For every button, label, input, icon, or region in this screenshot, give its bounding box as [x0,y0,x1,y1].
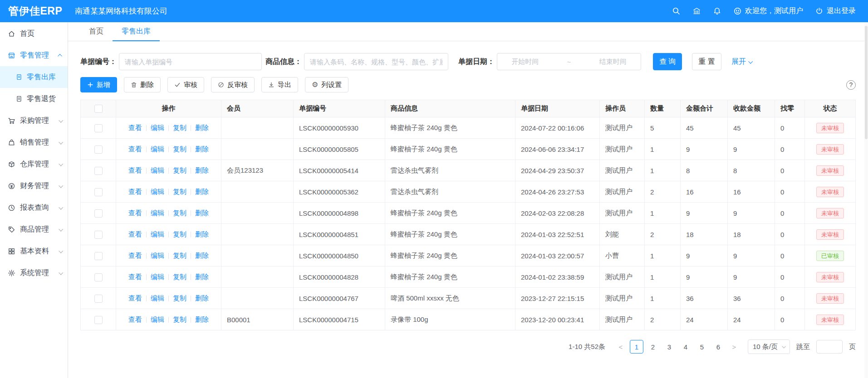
date-range-picker[interactable]: 开始时间 ~ 结束时间 [497,53,641,70]
row-action-copy[interactable]: 复制 [173,188,186,195]
expand-link[interactable]: 展开 [731,57,752,67]
tab-home[interactable]: 首页 [80,22,113,41]
row-checkbox[interactable] [94,124,103,132]
row-action-delete[interactable]: 删除 [195,188,209,195]
row-action-edit[interactable]: 编辑 [151,166,164,174]
product-info-input[interactable] [304,53,448,70]
row-action-view[interactable]: 查看 [128,273,142,281]
row-checkbox[interactable] [94,316,103,324]
row-checkbox[interactable] [94,145,103,154]
sidebar-item-sales-management[interactable]: 销售管理 [0,131,68,153]
reset-button[interactable]: 重 置 [692,53,721,70]
next-page-button[interactable]: > [728,340,740,354]
row-action-copy[interactable]: 复制 [173,273,186,281]
row-action-view[interactable]: 查看 [128,230,142,238]
row-action-delete[interactable]: 删除 [195,315,209,323]
bill-no-input[interactable] [119,53,262,70]
sidebar-item-retail-return[interactable]: 零售退货 [0,88,68,110]
column-settings-button[interactable]: ⚙ 列设置 [305,77,348,92]
status-badge: 已审核 [816,251,844,261]
row-action-view[interactable]: 查看 [128,145,142,153]
tab-retail-outbound[interactable]: 零售出库 [113,22,160,41]
help-icon[interactable]: ? [846,80,856,90]
search-button[interactable]: 查 询 [653,53,682,70]
row-action-edit[interactable]: 编辑 [151,294,164,302]
row-action-delete[interactable]: 删除 [195,124,209,131]
row-checkbox[interactable] [94,167,103,175]
row-action-delete[interactable]: 删除 [195,166,209,174]
row-checkbox[interactable] [94,209,103,218]
select-all-checkbox[interactable] [94,105,103,113]
page-button-4[interactable]: 4 [679,340,692,354]
sidebar-item-home[interactable]: 首页 [0,23,68,44]
action-separator [191,210,191,216]
row-action-copy[interactable]: 复制 [173,145,186,153]
export-button[interactable]: 导出 [261,77,298,92]
add-button[interactable]: 新增 [80,77,117,92]
welcome-user[interactable]: 欢迎您，测试用户 [733,6,803,16]
row-checkbox[interactable] [94,273,103,281]
row-action-edit[interactable]: 编辑 [151,188,164,195]
sidebar-item-purchase-management[interactable]: 采购管理 [0,110,68,131]
sidebar-item-system-management[interactable]: 系统管理 [0,262,68,284]
sidebar-item-retail-management[interactable]: 零售管理 [0,44,68,66]
row-action-view[interactable]: 查看 [128,124,142,131]
row-action-edit[interactable]: 编辑 [151,252,164,259]
row-action-delete[interactable]: 删除 [195,145,209,153]
header-qty: 数量 [645,100,681,117]
row-action-delete[interactable]: 删除 [195,209,209,217]
row-action-edit[interactable]: 编辑 [151,209,164,217]
scrollbar-thumb[interactable] [865,26,868,139]
cell-bill-no: LSCK00000005805 [294,139,385,160]
row-checkbox[interactable] [94,252,103,260]
row-action-edit[interactable]: 编辑 [151,315,164,323]
page-button-5[interactable]: 5 [695,340,709,354]
sidebar-item-retail-outbound[interactable]: 零售出库 [0,66,68,88]
row-action-view[interactable]: 查看 [128,252,142,259]
logout-button[interactable]: 退出登录 [815,6,856,16]
sidebar-item-warehouse-management[interactable]: 仓库管理 [0,153,68,175]
cell-checkbox [81,245,116,267]
row-action-view[interactable]: 查看 [128,294,142,302]
sidebar-item-report-query[interactable]: 报表查询 [0,197,68,218]
row-action-view[interactable]: 查看 [128,188,142,195]
page-button-6[interactable]: 6 [711,340,725,354]
jump-page-input[interactable] [816,340,843,354]
vertical-scrollbar[interactable] [864,22,868,378]
page-button-3[interactable]: 3 [662,340,676,354]
row-action-delete[interactable]: 删除 [195,273,209,281]
row-action-view[interactable]: 查看 [128,166,142,174]
row-action-copy[interactable]: 复制 [173,166,186,174]
row-checkbox[interactable] [94,295,103,303]
row-action-copy[interactable]: 复制 [173,252,186,259]
page-size-select[interactable]: 10 条/页 [748,339,790,354]
audit-button[interactable]: 审核 [167,77,204,92]
page-button-2[interactable]: 2 [646,340,660,354]
row-action-copy[interactable]: 复制 [173,315,186,323]
page-button-1[interactable]: 1 [630,340,643,354]
row-action-copy[interactable]: 复制 [173,294,186,302]
row-action-edit[interactable]: 编辑 [151,230,164,238]
prev-page-button[interactable]: < [614,340,627,354]
row-action-copy[interactable]: 复制 [173,209,186,217]
unaudit-button[interactable]: 反审核 [211,77,255,92]
row-action-view[interactable]: 查看 [128,209,142,217]
row-action-delete[interactable]: 删除 [195,252,209,259]
row-action-view[interactable]: 查看 [128,315,142,323]
row-action-copy[interactable]: 复制 [173,230,186,238]
bell-icon[interactable] [713,7,721,15]
row-action-edit[interactable]: 编辑 [151,124,164,131]
row-checkbox[interactable] [94,231,103,239]
sidebar-item-product-management[interactable]: 商品管理 [0,218,68,240]
row-action-delete[interactable]: 删除 [195,230,209,238]
row-action-delete[interactable]: 删除 [195,294,209,302]
sidebar-item-basic-data[interactable]: 基本资料 [0,240,68,262]
row-action-copy[interactable]: 复制 [173,124,186,131]
row-checkbox[interactable] [94,188,103,196]
search-icon[interactable] [672,7,681,15]
row-action-edit[interactable]: 编辑 [151,273,164,281]
delete-button[interactable]: 删除 [124,77,161,92]
bank-icon[interactable] [692,7,701,15]
row-action-edit[interactable]: 编辑 [151,145,164,153]
sidebar-item-finance-management[interactable]: 财务管理 [0,175,68,197]
